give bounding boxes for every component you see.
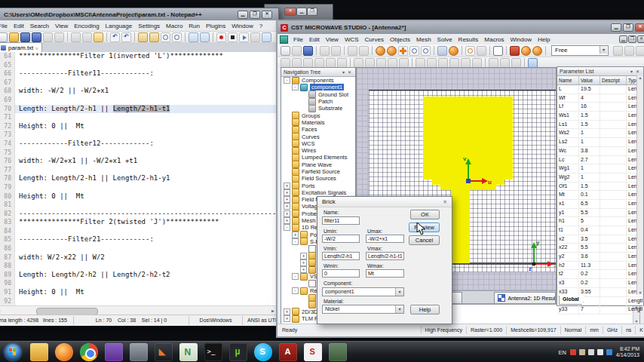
menu-item[interactable]: Curves: [362, 36, 387, 43]
wmax-field[interactable]: [366, 269, 404, 278]
paste-icon[interactable]: [94, 32, 103, 42]
maximize-button[interactable]: ❐: [307, 8, 317, 16]
component-select[interactable]: component1: [322, 287, 404, 296]
vmin-field[interactable]: [322, 252, 360, 260]
shape-tool-icon[interactable]: [388, 58, 397, 68]
table-row[interactable]: y2 3.6 Length: [557, 253, 643, 262]
tree-item[interactable]: Plane Wave: [281, 161, 355, 168]
menu-item[interactable]: Edit: [11, 23, 27, 29]
tree-item[interactable]: Groups: [281, 112, 355, 118]
menu-item[interactable]: Edit: [306, 36, 323, 43]
ok-button[interactable]: OK: [410, 210, 440, 219]
cst-titlebar[interactable]: C CST MICROWAVE STUDIO - [Antenna2*] ▁ ❐…: [278, 21, 644, 34]
brick-tool-icon[interactable]: [510, 46, 520, 56]
close-icon[interactable]: ✕: [443, 199, 447, 205]
minimize-button[interactable]: ▁: [296, 8, 307, 16]
table-row[interactable]: h2 11.3 Length: [557, 262, 643, 271]
notepad-plus-plus-icon[interactable]: [179, 343, 198, 361]
menu-item[interactable]: Results: [455, 36, 482, 43]
shape-tool-icon[interactable]: [416, 58, 425, 68]
redo-icon[interactable]: [121, 32, 131, 42]
separator[interactable]: [506, 46, 507, 55]
vmax-field[interactable]: [366, 252, 404, 260]
table-row[interactable]: Wc 3.8 Length: [557, 147, 643, 156]
tree-item[interactable]: + Excitation Signals: [281, 189, 355, 196]
table-row[interactable]: x1 6.5 Length: [557, 200, 643, 209]
separator[interactable]: [412, 58, 412, 67]
expand-toggle[interactable]: +: [300, 253, 307, 259]
table-row[interactable]: x3 0.2 Length: [557, 279, 643, 288]
zoom-out-icon[interactable]: [421, 46, 431, 56]
mesh-view-icon[interactable]: [528, 58, 538, 68]
expand-toggle[interactable]: +: [284, 203, 290, 210]
tree-item[interactable]: Field Sources: [281, 175, 355, 182]
table-row[interactable]: Wf 4 Length: [557, 94, 643, 103]
separator[interactable]: [213, 32, 213, 41]
cancel-button[interactable]: Cancel: [409, 235, 440, 245]
expand-toggle[interactable]: +: [292, 232, 299, 238]
zoom-in-icon[interactable]: [409, 46, 419, 56]
explorer-icon[interactable]: [30, 343, 48, 361]
expand-toggle[interactable]: -: [292, 287, 299, 294]
shape-tool-icon[interactable]: [472, 58, 482, 68]
parameter-list-header[interactable]: Parameter List ▾ ✕: [557, 67, 643, 76]
table-row[interactable]: y33 7 Length: [557, 305, 643, 314]
shape-tool-icon[interactable]: [500, 58, 510, 68]
menu-item[interactable]: Language: [103, 23, 136, 29]
close-icon[interactable]: [43, 32, 53, 42]
cut-icon[interactable]: [320, 46, 330, 56]
menu-item[interactable]: Encoding: [71, 23, 102, 29]
menu-item[interactable]: File: [0, 23, 11, 29]
menu-item[interactable]: Help: [535, 36, 553, 43]
menu-item[interactable]: Run: [186, 23, 203, 29]
mdi-restore-button[interactable]: ❐: [628, 35, 636, 43]
close-icon[interactable]: ✕: [634, 69, 641, 74]
close-icon[interactable]: ✕: [635, 23, 644, 32]
menu-item[interactable]: ?: [256, 23, 265, 29]
table-row[interactable]: Ls2 1 Length: [557, 138, 643, 147]
minimize-button[interactable]: ▁: [611, 23, 621, 32]
separator[interactable]: [185, 32, 186, 41]
separator[interactable]: [434, 46, 434, 55]
sphere-tool-icon[interactable]: [521, 46, 531, 56]
table-row[interactable]: Wg2 1 Length: [557, 173, 643, 183]
tree-item[interactable]: Curves: [281, 133, 355, 140]
expand-toggle[interactable]: +: [284, 217, 290, 224]
table-row[interactable]: Ws1 1.5 Length: [557, 112, 643, 121]
command-prompt-icon[interactable]: [204, 343, 222, 361]
utorrent-icon[interactable]: [229, 343, 247, 361]
save-icon[interactable]: [20, 32, 30, 42]
table-row[interactable]: t1 0.4 Length: [557, 226, 643, 235]
app-icon[interactable]: [329, 343, 347, 361]
tree-item[interactable]: Farfield Source: [281, 168, 355, 175]
tab-global-parameters[interactable]: Global: [559, 296, 586, 305]
shape-tool-icon[interactable]: [427, 58, 437, 68]
separator[interactable]: [545, 46, 546, 55]
text-editor[interactable]: 64 ***************Filter 1(inverted 'L')…: [0, 52, 277, 305]
maximize-button[interactable]: ❐: [250, 11, 260, 19]
shape-tool-icon[interactable]: [292, 58, 302, 68]
open-file-icon[interactable]: [9, 32, 19, 42]
firefox-icon[interactable]: [55, 343, 73, 361]
shape-tool-icon[interactable]: [489, 58, 498, 68]
action-center-icon[interactable]: [606, 349, 612, 355]
menu-item[interactable]: Search: [27, 23, 52, 29]
show-symbols-icon[interactable]: [200, 32, 210, 42]
tree-item[interactable]: - Components: [281, 77, 355, 84]
menu-item[interactable]: Window: [508, 36, 535, 43]
maximize-button[interactable]: ❐: [623, 23, 633, 32]
table-row[interactable]: y1 5.5 Length: [557, 209, 643, 218]
expand-toggle[interactable]: +: [284, 196, 290, 203]
shape-tool-icon[interactable]: [461, 58, 471, 68]
expand-toggle[interactable]: +: [284, 189, 290, 196]
run-macro-icon[interactable]: [250, 32, 260, 42]
separator[interactable]: [489, 46, 490, 55]
macro-icon[interactable]: [636, 46, 644, 56]
save-all-icon[interactable]: [32, 32, 41, 42]
tree-item[interactable]: WCS: [281, 140, 355, 147]
column-header[interactable]: Name: [557, 76, 579, 84]
minimize-button[interactable]: ▁: [238, 11, 248, 19]
record-macro-icon[interactable]: [216, 32, 226, 42]
separator[interactable]: [350, 58, 351, 67]
volume-icon[interactable]: [597, 349, 603, 355]
